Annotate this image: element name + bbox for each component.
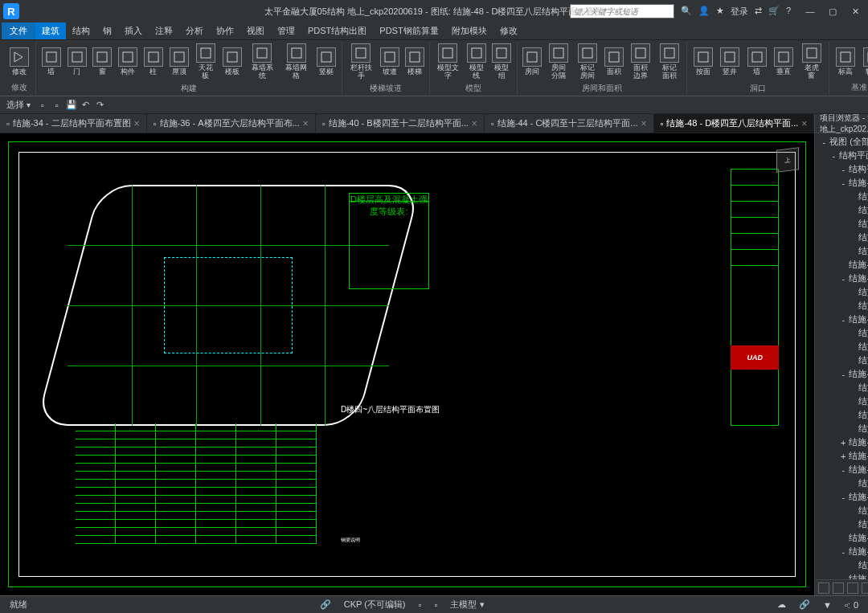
tree-item[interactable]: +结施-7层 — [817, 449, 868, 463]
tree-item[interactable]: -结施-8层 — [817, 463, 868, 476]
ribbon-btn-楼梯[interactable]: 楼梯 — [403, 46, 426, 78]
ribbon-btn-模型组[interactable]: 模型组 — [489, 42, 514, 82]
ribbon-btn-幕墙系统[interactable]: 幕墙系统 — [246, 42, 279, 82]
tree-item[interactable]: 结施-8层 - A — [817, 476, 868, 490]
menu-协作[interactable]: 协作 — [210, 22, 240, 39]
minimize-button[interactable]: — — [800, 4, 820, 18]
tree-item[interactable]: 结施-4层 - A — [817, 381, 868, 394]
select-dropdown[interactable]: 选择 ▾ — [3, 99, 34, 111]
qa-save-icon[interactable]: 💾 — [66, 100, 77, 111]
ribbon-btn-构件[interactable]: 构件 — [116, 46, 140, 78]
help-icon[interactable]: ? — [786, 6, 791, 18]
tab-close-icon[interactable]: × — [472, 118, 477, 129]
tree-item[interactable]: 结施-2层 竖向构件46# — [817, 285, 868, 299]
ribbon-btn-标高[interactable]: 标高 — [833, 46, 858, 78]
tree-item[interactable]: 结施-2层 - 46# — [817, 190, 868, 203]
tree-item[interactable]: 结施-9层 - D — [817, 517, 868, 531]
ribbon-btn-柱[interactable]: 柱 — [141, 46, 166, 78]
menu-PDST钢筋算量[interactable]: PDST钢筋算量 — [373, 22, 444, 39]
tree-item[interactable]: -结构平面 (结构平面 CKP) — [817, 162, 868, 176]
doc-tab[interactable]: ▫结施-44 - C楼四至十三层结构平面...× — [485, 114, 654, 133]
tab-close-icon[interactable]: × — [134, 118, 140, 129]
tree-item[interactable]: -结施-9层 — [817, 490, 868, 504]
ribbon-btn-按面[interactable]: 按面 — [690, 46, 715, 78]
file-menu[interactable]: 文件 — [2, 22, 35, 39]
tree-item[interactable]: 结施-3层 - 连廊 — [817, 353, 868, 367]
ribbon-btn-竖井[interactable]: 竖井 — [717, 46, 742, 78]
tree-item[interactable]: -结施-4层 — [817, 367, 868, 381]
tree-item[interactable]: 结施-4层 - C — [817, 408, 868, 422]
menu-视图[interactable]: 视图 — [240, 22, 271, 39]
tree-item[interactable]: -结施-3层 — [817, 313, 868, 326]
ribbon-btn-标记房间[interactable]: 标记房间 — [574, 42, 601, 82]
tree-item[interactable]: 结施-2层 竖向构件 — [817, 258, 868, 272]
doc-tab[interactable]: ▫结施-40 - B楼四至十二层结构平面...× — [316, 114, 485, 133]
qa-icon-2[interactable]: ▫ — [51, 100, 63, 111]
footer-icon[interactable] — [833, 582, 844, 594]
ribbon-btn-栏杆扶手[interactable]: 栏杆扶手 — [346, 42, 377, 82]
view-cube[interactable]: 上 — [768, 140, 808, 180]
doc-tab[interactable]: ▫结施-36 - A楼四至六层结构平面布...× — [147, 114, 316, 133]
maximize-button[interactable]: ▢ — [823, 4, 842, 18]
tab-close-icon[interactable]: × — [641, 118, 647, 129]
menu-附加模块[interactable]: 附加模块 — [445, 22, 493, 39]
filter-icon[interactable]: ▼ — [820, 600, 835, 610]
menu-管理[interactable]: 管理 — [271, 22, 301, 39]
qa-undo-icon[interactable]: ↶ — [80, 100, 92, 111]
exchange-icon[interactable]: ⇄ — [755, 6, 762, 18]
ribbon-btn-模型线[interactable]: 模型线 — [465, 42, 489, 82]
tree-item[interactable]: 结施-2层 竖向构件47# — [817, 299, 868, 313]
tree-item[interactable]: -结施-2层 - 竖向构件ckp — [817, 272, 868, 285]
qa-redo-icon[interactable]: ↷ — [95, 100, 106, 111]
status-icon[interactable]: ▫ — [416, 600, 425, 610]
ribbon-btn-墙[interactable]: 墙 — [39, 46, 63, 78]
tree-item[interactable]: +结施-5层 — [817, 435, 868, 449]
tree-item[interactable]: 结施-3层 - 47# — [817, 340, 868, 353]
tab-close-icon[interactable]: × — [801, 118, 807, 129]
tree-item[interactable]: 结施-3层 - 46# — [817, 326, 868, 340]
ribbon-btn-面积边界[interactable]: 面积边界 — [627, 42, 654, 82]
tree-item[interactable]: -结施-10层 — [817, 545, 868, 558]
close-button[interactable]: ✕ — [845, 4, 865, 18]
ribbon-btn-屋顶[interactable]: 屋顶 — [167, 46, 191, 78]
ribbon-btn-门[interactable]: 门 — [65, 46, 89, 78]
tree-root[interactable]: -视图 (全部) — [817, 135, 868, 149]
cart-icon[interactable]: 🛒 — [768, 6, 780, 18]
tree-item[interactable]: 结施-2层 - 连廊A — [817, 231, 868, 244]
ribbon-btn-轴网[interactable]: 轴网 — [860, 46, 868, 78]
tree-item[interactable]: 结施-4层 - D — [817, 422, 868, 435]
doc-tab[interactable]: ▫结施-34 - 二层结构平面布置图× — [0, 114, 147, 133]
ribbon-btn-垂直[interactable]: 垂直 — [771, 46, 796, 78]
search-icon[interactable]: 🔍 — [681, 6, 692, 18]
tree-item[interactable]: -结构平面 — [817, 149, 868, 162]
ribbon-btn-房间分隔[interactable]: 房间分隔 — [545, 42, 572, 82]
menu-钢[interactable]: 钢 — [96, 22, 118, 39]
tree-item[interactable]: 结施-10层 - D — [817, 558, 868, 572]
tree-item[interactable]: 结施-9层 - A — [817, 504, 868, 517]
workset-icon[interactable]: 🔗 — [317, 599, 334, 610]
workset-label[interactable]: CKP (不可编辑) — [341, 599, 409, 611]
canvas[interactable]: D楼层高及混凝土强度等级表: UAD D楼四~八层结构平面布置图 钢梁说明 上 — [0, 133, 814, 595]
user-icon[interactable]: 👤 — [698, 6, 710, 18]
ribbon-btn-坡道[interactable]: 坡道 — [379, 46, 402, 78]
tree-item[interactable]: 结施-9层 - A屋顶 — [817, 531, 868, 545]
status-count[interactable]: ▫:0 — [841, 600, 862, 610]
tree-item[interactable]: 结施-2层 - 连廊 — [817, 217, 868, 231]
tree-item[interactable]: 结施-2层 - 连廊B — [817, 244, 868, 258]
status-icon[interactable]: ▫ — [431, 600, 440, 610]
modify-button[interactable]: 修改 — [6, 46, 32, 78]
tree-item[interactable]: -结施-2层 — [817, 176, 868, 190]
menu-结构[interactable]: 结构 — [66, 22, 96, 39]
ribbon-btn-标记面积[interactable]: 标记面积 — [656, 42, 683, 82]
ribbon-btn-幕墙网格[interactable]: 幕墙网格 — [280, 42, 313, 82]
ribbon-btn-面积[interactable]: 面积 — [603, 46, 625, 78]
tree-item[interactable]: -结施-11层 — [817, 572, 868, 579]
footer-icon[interactable] — [818, 582, 829, 594]
tree-item[interactable]: 结施-4层 - B — [817, 394, 868, 408]
ribbon-btn-窗[interactable]: 窗 — [91, 46, 115, 78]
qa-icon-1[interactable]: ▫ — [37, 100, 48, 111]
footer-icon[interactable] — [862, 582, 868, 594]
ribbon-btn-墙[interactable]: 墙 — [744, 46, 769, 78]
menu-修改[interactable]: 修改 — [493, 22, 524, 39]
menu-插入[interactable]: 插入 — [118, 22, 149, 39]
